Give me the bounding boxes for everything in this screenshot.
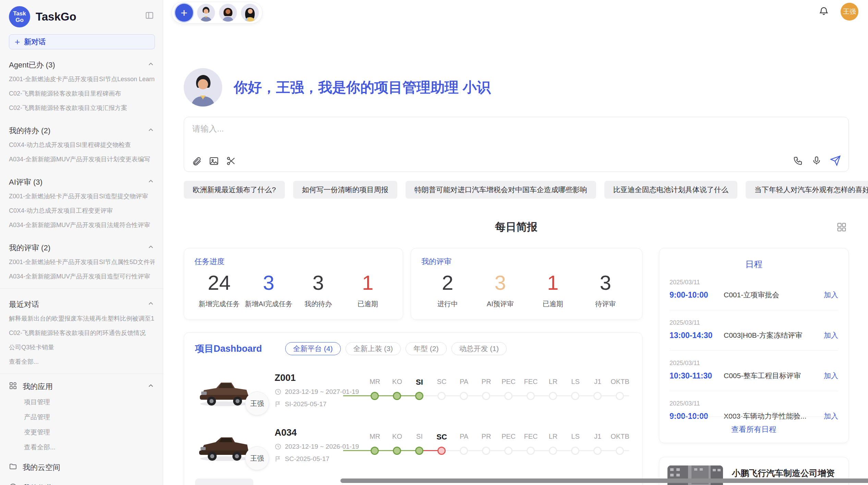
dashboard-tabs: 全新平台 (4) 全新上装 (3) 年型 (2) 动总开发 (1) <box>285 342 507 355</box>
stat: 3 AI预评审 <box>474 271 527 309</box>
microphone-icon[interactable] <box>811 156 822 166</box>
horizontal-scrollbar[interactable] <box>340 478 868 483</box>
section-recent-chats[interactable]: 最近对话 <box>9 298 155 311</box>
stat: 3 待评审 <box>579 271 632 309</box>
my-review-card: 我的评审 2 进行中 3 AI预评审 <box>411 248 642 320</box>
layout-grid-icon[interactable] <box>836 222 847 234</box>
chevron-up-icon[interactable] <box>147 60 155 70</box>
list-item[interactable]: Z001-全新燃油轻卡产品开发项目SI节点属性5D文件评审 <box>9 255 155 269</box>
app-root: Task Go TaskGo + 新对话 Agent已办 (3) Z001-全新… <box>0 0 868 485</box>
chevron-up-icon[interactable] <box>147 300 155 309</box>
list-item[interactable]: C02-飞腾新能源轻客改款项目立项汇报方案 <box>9 101 155 115</box>
tab-new-body[interactable]: 全新上装 (3) <box>346 342 401 355</box>
suggestion-chip[interactable]: 如何写一份清晰的项目周报 <box>293 181 397 199</box>
app-link-change-mgmt[interactable]: 变更管理 <box>9 425 155 440</box>
sidebar-item-my-apps[interactable]: 我的应用 <box>9 379 155 395</box>
view-all-chats[interactable]: 查看全部... <box>9 355 155 369</box>
project-dashboard-card: 项目Dashboard 全新平台 (4) 全新上装 (3) 年型 (2) 动总开… <box>184 332 642 485</box>
schedule-date: 2025/03/11 <box>670 319 838 326</box>
suggestion-chip[interactable]: 当下年轻人对汽车外观有怎样的喜好趋势 <box>746 181 868 199</box>
project-dates: 2023-12-19 ~ 2026-01-19 <box>275 443 361 450</box>
project-code: Z001 <box>275 373 361 383</box>
join-link[interactable]: 加入 <box>824 371 838 381</box>
milestone-track: MRKOSISCPAPRPECFECLRLSJ1OKTB <box>364 433 631 457</box>
assistant-avatar <box>184 68 222 107</box>
app-link-project-mgmt[interactable]: 项目管理 <box>9 395 155 410</box>
list-item[interactable]: C0X4-动力总成开发项目SI里程碑提交物检查 <box>9 138 155 152</box>
project-code: A034 <box>275 427 361 438</box>
project-row[interactable]: 王强 A034 2023-12-19 ~ 2026-01-19 <box>195 425 631 465</box>
list-item[interactable]: Z001-全新燃油皮卡产品开发项目SI节点Lesson Learn报告 <box>9 72 155 86</box>
section-agent-done[interactable]: Agent已办 (3) <box>9 58 155 72</box>
project-image: 王强 <box>195 370 253 410</box>
project-next-milestone: SC-2025-05-17 <box>275 455 361 463</box>
list-item[interactable]: A034-全新新能源MUV产品开发项目计划变更表编写 <box>9 152 155 166</box>
list-item[interactable]: C0X4-动力总成开发项目工程变更评审 <box>9 203 155 218</box>
view-all-schedule-link[interactable]: 查看所有日程 <box>670 416 838 435</box>
plus-icon: + <box>15 37 20 46</box>
list-item[interactable]: C02-飞腾新能源轻客改款项目的闭环通告反馈情况 <box>9 326 155 340</box>
project-row[interactable]: 王强 Z001 2023-12-19 ~ 2027-01-19 <box>195 370 631 410</box>
chevron-up-icon[interactable] <box>147 177 155 187</box>
schedule-time: 10:30-11:30 <box>670 371 724 381</box>
chevron-up-icon[interactable] <box>147 382 155 391</box>
list-item[interactable]: A034-全新新能源MUV产品开发项目造型可行性评审 <box>9 269 155 284</box>
schedule-event: C001-立项审批会 <box>724 290 824 300</box>
left-column: 任务进度 24 新增完成任务 3 新增AI完成任务 <box>184 248 642 485</box>
list-item[interactable]: Z001-全新燃油轻卡产品开发项目SI造型提交物评审 <box>9 189 155 203</box>
greeting-row: 你好，王强，我是你的项目管理助理 小识 <box>184 68 849 107</box>
composer-right-icons <box>793 155 841 166</box>
project-owner-badge: 王强 <box>245 391 269 415</box>
content: 你好，王强，我是你的项目管理助理 小识 欧洲新规最近颁布了什么? 如何写一份清晰… <box>184 0 849 485</box>
section-my-todo[interactable]: 我的待办 (2) <box>9 124 155 138</box>
collapse-sidebar-icon[interactable] <box>145 11 154 21</box>
sidebar-item-cloud-space[interactable]: 我的云空间 <box>9 460 155 475</box>
flag-icon <box>275 401 281 408</box>
project-image <box>195 478 253 485</box>
sidebar-item-favorites[interactable]: 我的收藏 <box>9 480 155 485</box>
list-item[interactable]: 解释最新出台的欧盟报废车法规再生塑料比例被调至15%... <box>9 311 155 326</box>
list-item[interactable]: 公司Q3轻卡销量 <box>9 340 155 355</box>
new-chat-button[interactable]: + 新对话 <box>9 34 155 49</box>
tab-new-platform[interactable]: 全新平台 (4) <box>285 342 341 355</box>
suggestion-chip[interactable]: 比亚迪全固态电池计划具体说了什么 <box>604 181 737 199</box>
attachment-icon[interactable] <box>192 156 202 166</box>
card-title: 任务进度 <box>194 257 393 267</box>
send-icon[interactable] <box>830 155 841 166</box>
suggestion-chips: 欧洲新规最近颁布了什么? 如何写一份清晰的项目周报 特朗普可能对进口汽车增税会对… <box>184 181 849 199</box>
section-my-review[interactable]: 我的评审 (2) <box>9 241 155 255</box>
app-link-product-mgmt[interactable]: 产品管理 <box>9 410 155 425</box>
schedule-time: 13:00-14:30 <box>670 331 724 340</box>
stat: 2 进行中 <box>421 271 474 309</box>
view-all-apps[interactable]: 查看全部... <box>9 440 155 455</box>
tab-year-model[interactable]: 年型 (2) <box>406 342 447 355</box>
join-link[interactable]: 加入 <box>824 331 838 340</box>
join-link[interactable]: 加入 <box>824 290 838 300</box>
sidebar: Task Go TaskGo + 新对话 Agent已办 (3) Z001-全新… <box>0 0 163 485</box>
chat-input[interactable] <box>192 124 672 134</box>
project-image: 王强 <box>195 425 253 465</box>
suggestion-chip[interactable]: 欧洲新规最近颁布了什么? <box>184 181 285 199</box>
list-item[interactable]: C02-飞腾新能源轻客改款项目里程碑画布 <box>9 86 155 101</box>
taskgo-logo: Task Go <box>9 6 30 27</box>
project-next-milestone: SI-2025-05-17 <box>275 400 361 408</box>
list-item[interactable]: A034-全新新能源MUV产品开发项目法规符合性评审 <box>9 218 155 232</box>
tab-powertrain[interactable]: 动总开发 (1) <box>451 342 507 355</box>
phone-icon[interactable] <box>793 156 803 166</box>
image-icon[interactable] <box>209 156 219 166</box>
composer-card[interactable] <box>184 117 849 172</box>
project-dates: 2023-12-19 ~ 2027-01-19 <box>275 388 361 396</box>
milestone-track: MRKOSISCPAPRPECFECLRLSJ1OKTB <box>364 378 631 402</box>
schedule-date: 2025/03/11 <box>670 360 838 367</box>
clock-icon <box>275 443 281 450</box>
new-chat-label: 新对话 <box>24 37 46 47</box>
scissors-icon[interactable] <box>226 156 236 166</box>
section-ai-review[interactable]: AI评审 (3) <box>9 175 155 189</box>
chevron-up-icon[interactable] <box>147 243 155 253</box>
star-badge-icon <box>9 483 17 485</box>
clock-icon <box>275 388 281 395</box>
suggestion-chip[interactable]: 特朗普可能对进口汽车增税会对中国车企造成哪些影响 <box>406 181 596 199</box>
chevron-up-icon[interactable] <box>147 126 155 136</box>
main-area: + 王强 你好，王强，我是你的项目管理 <box>163 0 868 485</box>
stat: 3 我的待办 <box>293 271 343 309</box>
